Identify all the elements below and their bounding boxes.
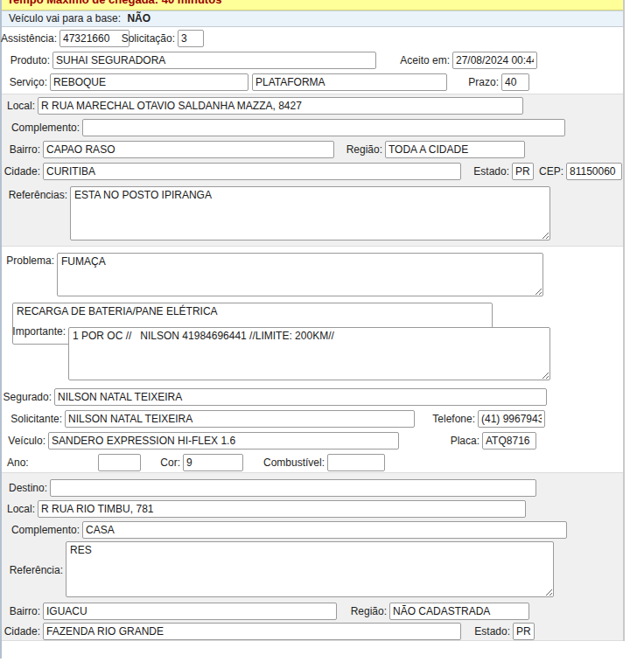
panel-right-border xyxy=(623,0,625,641)
segurado-label: Segurado: xyxy=(4,391,52,403)
destino-regiao-input[interactable] xyxy=(389,603,529,620)
origem-regiao-input[interactable] xyxy=(385,141,525,158)
destino-input[interactable] xyxy=(50,479,536,497)
base-info-label: Veículo vai para a base: xyxy=(9,12,121,24)
destino-referencia-label: Referência: xyxy=(10,564,63,576)
produto-label: Produto: xyxy=(10,54,50,66)
destino-estado-label: Estado: xyxy=(474,625,510,638)
origem-bairro-input[interactable] xyxy=(43,141,334,158)
origem-local-input[interactable] xyxy=(38,97,523,115)
cor-label: Cor: xyxy=(160,456,180,469)
destino-bairro-input[interactable] xyxy=(43,603,337,620)
servico-label: Serviço: xyxy=(10,76,47,88)
combustivel-label: Combustível: xyxy=(263,456,325,469)
destino-complemento-input[interactable] xyxy=(82,521,567,539)
solicitante-label: Solicitante: xyxy=(10,413,62,425)
solicitacao-label: Solicitação: xyxy=(122,32,175,45)
prazo-input[interactable] xyxy=(501,73,529,91)
problema-textarea[interactable]: FUMAÇA xyxy=(57,253,543,296)
cor-input[interactable] xyxy=(183,454,243,471)
origem-bairro-label: Bairro: xyxy=(10,143,40,156)
destino-cidade-label: Cidade: xyxy=(4,625,40,638)
origem-local-label: Local: xyxy=(7,100,35,112)
origem-referencias-label: Referências: xyxy=(9,189,67,201)
combustivel-input[interactable] xyxy=(327,454,385,471)
importante-textarea[interactable]: 1 POR OC // NILSON 41984696441 //LIMITE:… xyxy=(68,327,550,380)
destino-local-input[interactable] xyxy=(38,500,526,518)
destino-estado-input[interactable] xyxy=(513,623,535,640)
origem-estado-label: Estado: xyxy=(473,165,509,178)
base-info-value: NÃO xyxy=(127,12,150,24)
origem-cidade-input[interactable] xyxy=(43,163,461,180)
origem-cidade-label: Cidade: xyxy=(4,165,40,178)
placa-input[interactable] xyxy=(482,432,536,449)
telefone-input[interactable] xyxy=(478,410,545,428)
solicitante-input[interactable] xyxy=(65,410,415,428)
dispatch-form-page: Tempo Máximo de chegada: 40 minutos Veíc… xyxy=(0,0,644,669)
telefone-label: Telefone: xyxy=(432,413,475,425)
destino-complemento-label: Complemento: xyxy=(11,524,80,536)
prazo-label: Prazo: xyxy=(468,76,499,88)
placa-label: Placa: xyxy=(451,435,480,447)
aceito-em-input[interactable] xyxy=(452,52,537,69)
destino-regiao-label: Região: xyxy=(351,605,387,617)
destino-cidade-input[interactable] xyxy=(43,623,461,640)
destino-label: Destino: xyxy=(9,482,47,494)
arrival-time-alert-text: Tempo Máximo de chegada: 40 minutos xyxy=(7,0,623,6)
aceito-em-label: Aceito em: xyxy=(400,54,450,66)
destino-referencia-textarea[interactable]: RES xyxy=(66,541,554,597)
veiculo-input[interactable] xyxy=(48,432,399,449)
arrival-time-alert-bar: Tempo Máximo de chegada: 40 minutos xyxy=(2,0,623,10)
destino-local-label: Local: xyxy=(7,503,35,515)
assistencia-label: Assistência: xyxy=(1,32,57,45)
ano-label: Ano: xyxy=(7,456,29,469)
origem-referencias-textarea[interactable]: ESTA NO POSTO IPIRANGA xyxy=(70,186,550,240)
servico-tipo-input[interactable] xyxy=(252,73,447,91)
segurado-input[interactable] xyxy=(54,388,547,406)
ano-input[interactable] xyxy=(98,454,141,471)
solicitacao-input[interactable] xyxy=(178,30,204,47)
origem-regiao-label: Região: xyxy=(346,143,382,156)
origem-cep-label: CEP: xyxy=(539,165,564,178)
produto-input[interactable] xyxy=(52,52,376,69)
veiculo-label: Veículo: xyxy=(8,435,46,447)
destino-bairro-label: Bairro: xyxy=(10,605,40,617)
origem-complemento-input[interactable] xyxy=(82,119,565,136)
assistencia-input[interactable] xyxy=(60,30,130,47)
base-info-bar: Veículo vai para a base: NÃO xyxy=(2,10,623,27)
origem-cep-input[interactable] xyxy=(566,163,622,180)
origem-complemento-label: Complemento: xyxy=(11,122,80,134)
problema-label: Problema: xyxy=(6,254,54,267)
servico-input[interactable] xyxy=(50,73,248,91)
importante-label: Importante: xyxy=(12,325,66,338)
origem-estado-input[interactable] xyxy=(512,163,534,180)
